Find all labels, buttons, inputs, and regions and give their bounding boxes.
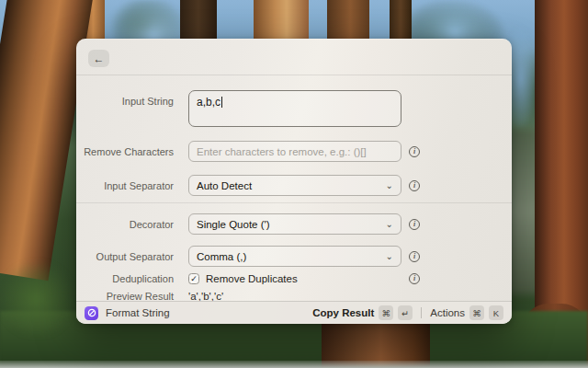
output-separator-row: Output Separator Comma (,) ⌄ i <box>76 246 512 267</box>
info-icon[interactable]: i <box>409 273 420 284</box>
remove-duplicates-checkbox[interactable]: ✓ <box>188 273 199 284</box>
k-key-icon: K <box>489 305 503 320</box>
deduplication-label: Deduplication <box>76 273 174 284</box>
info-icon[interactable]: i <box>409 146 420 157</box>
input-separator-row: Input Separator Auto Detect ⌄ i <box>76 175 512 196</box>
back-arrow-icon: ← <box>94 52 105 65</box>
copy-result-button[interactable]: Copy Result <box>312 307 374 318</box>
command-key-icon: ⌘ <box>469 305 484 320</box>
remove-characters-input[interactable] <box>188 141 401 162</box>
text-caret <box>221 97 222 108</box>
remove-duplicates-label[interactable]: Remove Duplicates <box>206 273 298 284</box>
chevron-down-icon: ⌄ <box>386 252 393 261</box>
slash-circle-glyph <box>87 308 96 317</box>
remove-characters-row: Remove Characters i <box>76 141 512 162</box>
decorator-dropdown[interactable]: Single Quote (') ⌄ <box>188 213 401 235</box>
format-string-app-icon <box>85 306 98 320</box>
actions-button[interactable]: Actions <box>430 307 465 318</box>
command-key-icon: ⌘ <box>379 305 393 320</box>
section-divider <box>76 202 512 203</box>
input-separator-label: Input Separator <box>76 180 174 191</box>
format-string-window: ← Input String a,b,c Remove Characters i… <box>76 39 512 324</box>
footer-bar: Format String Copy Result ⌘ ↵ Actions ⌘ … <box>76 301 512 324</box>
output-separator-label: Output Separator <box>76 251 174 262</box>
info-icon[interactable]: i <box>409 180 420 191</box>
input-separator-value: Auto Detect <box>197 180 252 191</box>
footer-divider <box>421 307 422 318</box>
remove-characters-label: Remove Characters <box>76 146 174 157</box>
output-separator-dropdown[interactable]: Comma (,) ⌄ <box>188 246 401 267</box>
input-separator-dropdown[interactable]: Auto Detect ⌄ <box>188 175 401 196</box>
info-icon[interactable]: i <box>409 219 420 230</box>
info-icon[interactable]: i <box>409 251 420 262</box>
input-string-label: Input String <box>76 90 174 107</box>
input-string-row: Input String a,b,c <box>76 90 512 127</box>
deduplication-row: Deduplication ✓ Remove Duplicates i <box>76 273 512 284</box>
decorator-label: Decorator <box>76 219 174 230</box>
chevron-down-icon: ⌄ <box>386 181 393 190</box>
decorator-value: Single Quote (') <box>197 219 270 230</box>
input-string-textarea[interactable]: a,b,c <box>188 90 401 127</box>
back-button[interactable]: ← <box>88 50 109 67</box>
return-key-icon: ↵ <box>398 305 413 320</box>
output-separator-value: Comma (,) <box>197 251 246 262</box>
chevron-down-icon: ⌄ <box>386 220 393 229</box>
window-header: ← <box>76 39 512 75</box>
decorator-row: Decorator Single Quote (') ⌄ i <box>76 213 512 235</box>
app-name: Format String <box>106 307 170 318</box>
